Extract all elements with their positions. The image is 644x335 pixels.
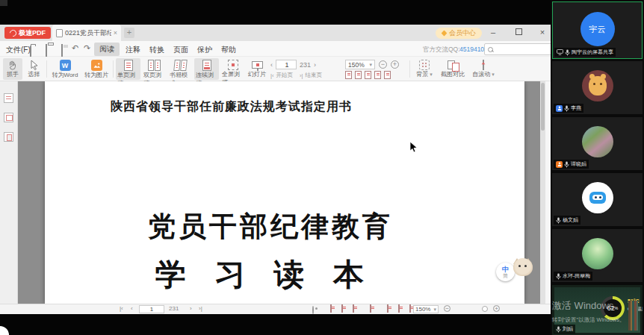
zoom-in-icon[interactable]: + <box>493 305 500 312</box>
hand-tool-button[interactable]: 抓手 <box>3 58 22 80</box>
page-width-icon[interactable] <box>374 71 381 79</box>
background-button[interactable]: 背景 ▾ <box>413 58 436 80</box>
eye-protection-icon[interactable] <box>312 306 314 314</box>
screenshot-compare-button[interactable]: 截图对比 <box>438 58 468 80</box>
zoom-select[interactable]: 150% ▾ <box>345 60 375 69</box>
vertical-scrollbar[interactable] <box>540 81 545 304</box>
search-input[interactable] <box>495 46 543 54</box>
rotate-right-icon[interactable] <box>398 304 400 313</box>
last-page-icon[interactable]: ›| <box>199 305 202 312</box>
scrollbar-thumb[interactable] <box>541 83 545 131</box>
document-viewport[interactable]: 陕西省领导干部任前廉政法规考试指定用书 党员干部纪律教育 学 习 读 本 中 简 <box>18 81 545 304</box>
next-page-icon[interactable]: › <box>190 305 192 312</box>
desktop-corner-fragment <box>0 326 9 335</box>
last-page-icon[interactable]: ›| <box>300 72 303 79</box>
page-number-input[interactable] <box>276 60 297 69</box>
continuous-view-icon[interactable] <box>353 304 354 313</box>
chevron-down-icon: ▾ <box>433 307 436 313</box>
continuous-view-button[interactable]: 连续浏览 <box>194 58 219 80</box>
toolbar-separator <box>409 60 410 78</box>
select-tool-label: 选择 <box>28 70 40 78</box>
rotate-right-icon[interactable] <box>355 71 362 79</box>
autoscroll-button[interactable]: 自滚动 ▾ <box>470 58 497 80</box>
zoom-in-icon[interactable]: + <box>391 60 399 69</box>
menu-page[interactable]: 页面 <box>173 45 188 55</box>
first-page-icon[interactable]: |‹ <box>120 305 123 312</box>
chevron-down-icon: ▾ <box>492 72 495 77</box>
rotate-left-icon[interactable] <box>345 71 352 79</box>
participant-label: 杨文娟 <box>554 216 580 225</box>
prev-page-icon[interactable]: ‹ <box>131 305 133 312</box>
slideshow-icon[interactable] <box>370 304 371 313</box>
robot-avatar-icon <box>589 192 606 204</box>
page-fit-icon[interactable] <box>409 304 411 313</box>
zoom-out-icon[interactable]: − <box>379 60 387 69</box>
video-tile[interactable]: 杨文娟 <box>552 173 643 226</box>
menu-protect[interactable]: 保护 <box>197 45 212 55</box>
start-page-label[interactable]: 开始页 <box>276 72 293 79</box>
prev-page-icon[interactable]: ‹ <box>270 61 273 69</box>
menu-read[interactable]: 阅读 <box>94 43 120 56</box>
status-bar: |‹ ‹ 1 231 › ›| 150% ▾ − + <box>0 304 551 314</box>
page-fit-icon[interactable] <box>365 71 371 79</box>
doc-header-text: 陕西省领导干部任前廉政法规考试指定用书 <box>111 99 352 115</box>
select-tool-button[interactable]: 选择 <box>24 58 44 80</box>
page-number-box[interactable] <box>276 60 297 69</box>
status-zoom-select[interactable]: 150% ▾ <box>413 305 439 313</box>
video-tile[interactable]: 谭晓娟 <box>552 117 643 170</box>
thumbnail-panel-icon[interactable] <box>4 113 13 122</box>
end-page-label[interactable]: 结束页 <box>305 72 322 79</box>
menu-annotate[interactable]: 注释 <box>126 45 140 55</box>
autoscroll-label: 自滚动 ▾ <box>472 70 495 78</box>
avatar <box>582 126 613 157</box>
video-tile-camera[interactable]: 62% 51°C CPU温度 刘娟 <box>552 285 643 335</box>
redo-icon[interactable]: ↷ <box>84 43 90 53</box>
rotate-left-icon[interactable] <box>387 304 388 313</box>
search-box[interactable] <box>484 43 554 55</box>
mic-icon <box>556 326 561 333</box>
zoom-slider-knob[interactable] <box>482 306 488 312</box>
member-center-button[interactable]: 会员中心 <box>436 28 482 39</box>
double-page-view-button[interactable]: 双页浏览 <box>142 58 167 80</box>
single-page-icon[interactable] <box>330 304 332 313</box>
menu-help[interactable]: 帮助 <box>221 45 236 55</box>
first-page-icon[interactable]: |‹ <box>270 72 273 79</box>
single-page-view-button[interactable]: 单页浏览 <box>116 58 140 80</box>
close-button[interactable]: × <box>535 27 550 39</box>
cat-sticker-icon[interactable] <box>512 255 534 276</box>
convert-to-word-button[interactable]: W 转为Word <box>49 58 81 80</box>
document-tab[interactable]: 0221党员干部纪律… × <box>52 25 121 41</box>
tab-close-icon[interactable]: × <box>114 29 117 37</box>
ball-top-text: 中 <box>502 266 509 273</box>
single-page-icon <box>124 60 133 71</box>
hand-tool-label: 抓手 <box>7 70 19 78</box>
minimize-button[interactable]: – <box>486 27 501 39</box>
outline-panel-icon[interactable] <box>4 93 13 103</box>
menu-file[interactable]: 文件(F) <box>6 45 31 55</box>
convert-to-word-label: 转为Word <box>52 71 78 79</box>
book-mode-button[interactable]: 书籍模式 <box>168 58 193 80</box>
actual-size-icon[interactable] <box>384 71 391 79</box>
hand-icon <box>7 60 18 70</box>
participant-name: 水环-田翠梅 <box>563 272 590 280</box>
logo-swoosh-icon <box>8 28 18 38</box>
status-page-box[interactable]: 1 <box>139 305 164 313</box>
video-tile-sharer[interactable]: 宇云 陶宇云的屏幕共享 <box>552 1 643 59</box>
convert-to-image-button[interactable]: 转为图片 <box>81 58 111 80</box>
fullscreen-view-button[interactable]: 全屏浏览 <box>220 58 245 80</box>
video-tile[interactable]: 李燕 <box>552 61 643 114</box>
qq-label: 官方交流QQ: <box>423 46 460 54</box>
maximize-button[interactable] <box>511 27 526 39</box>
slideshow-button[interactable]: 幻灯片 <box>247 58 267 80</box>
next-page-icon[interactable]: › <box>314 61 316 69</box>
new-tab-button[interactable]: + <box>124 28 134 38</box>
menu-convert[interactable]: 转换 <box>149 45 164 55</box>
bookmark-panel-icon[interactable] <box>4 132 13 142</box>
video-tile[interactable]: 水环-田翠梅 <box>552 229 643 282</box>
page-total: 231 <box>300 61 311 69</box>
undo-icon[interactable]: ↶ <box>72 43 78 53</box>
zoom-out-icon[interactable]: − <box>444 305 451 312</box>
meeting-sidebar: 宇云 陶宇云的屏幕共享 李燕 谭晓娟 <box>551 0 644 335</box>
app-logo[interactable]: 极速PDF <box>4 27 51 39</box>
double-page-icon[interactable] <box>341 304 343 313</box>
